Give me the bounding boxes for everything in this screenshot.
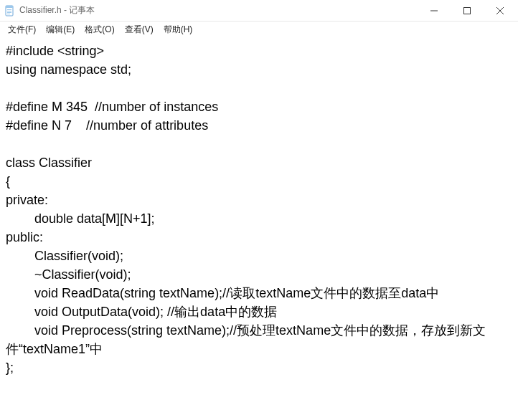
menu-edit[interactable]: 编辑(E) xyxy=(41,22,80,37)
minimize-button[interactable] xyxy=(418,0,451,21)
maximize-button[interactable] xyxy=(451,0,484,21)
menu-view[interactable]: 查看(V) xyxy=(120,22,159,37)
menu-help[interactable]: 帮助(H) xyxy=(159,22,198,37)
svg-rect-1 xyxy=(6,6,13,8)
editor-content[interactable]: #include <string> using namespace std; #… xyxy=(0,37,518,420)
svg-rect-7 xyxy=(464,7,471,14)
menubar: 文件(F) 编辑(E) 格式(O) 查看(V) 帮助(H) xyxy=(0,22,518,37)
close-button[interactable] xyxy=(484,0,517,21)
notepad-icon xyxy=(4,5,16,16)
menu-format[interactable]: 格式(O) xyxy=(80,22,119,37)
window: Classifier.h - 记事本 文件(F) 编辑(E) 格式(O) 查看(… xyxy=(0,0,518,420)
window-title: Classifier.h - 记事本 xyxy=(19,4,95,16)
window-controls xyxy=(418,0,517,21)
menu-file[interactable]: 文件(F) xyxy=(3,22,41,37)
titlebar: Classifier.h - 记事本 xyxy=(0,0,518,22)
